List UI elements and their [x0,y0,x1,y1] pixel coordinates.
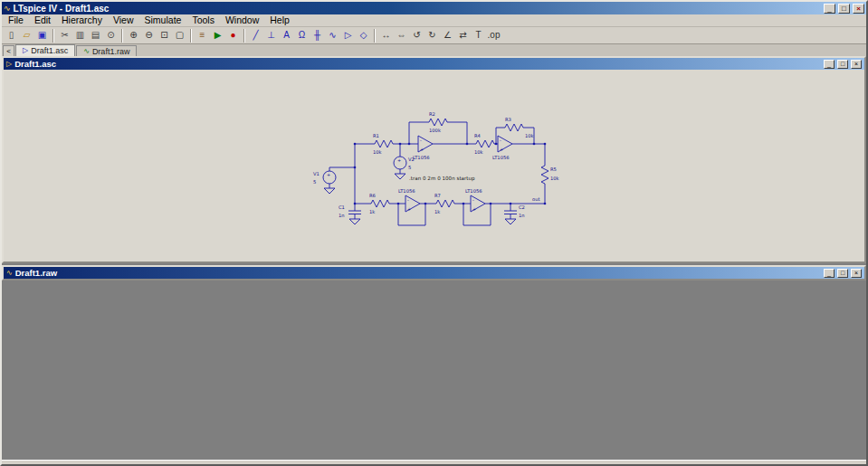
waveform-title-bar[interactable]: ∿ Draft1.raw _ □ × [4,267,864,279]
voltage-source-v2[interactable]: + V2 5 [394,157,415,170]
window-title: LTspice IV - Draft1.asc [14,4,110,14]
junction-dots [354,143,547,205]
drag-icon[interactable]: ⇔ [394,28,409,43]
zoom-out-icon[interactable]: ⊖ [141,28,157,43]
close-button[interactable]: × [853,4,864,14]
schematic-close-button[interactable]: × [851,60,862,69]
find-icon[interactable]: ⊙ [103,28,119,43]
ground-icon[interactable]: ⊥ [263,28,279,43]
opamp-u2[interactable]: - + LT1056 [492,136,512,160]
menu-hierarchy[interactable]: Hierarchy [56,14,108,26]
svg-text:LT1056: LT1056 [465,188,482,194]
spice-directive-icon[interactable]: .op [486,28,501,43]
text-icon[interactable]: T [471,28,486,43]
svg-text:R1: R1 [373,133,379,138]
menu-window[interactable]: Window [220,14,264,26]
svg-text:1n: 1n [339,213,345,218]
svg-text:R7: R7 [434,193,441,198]
inductor-icon[interactable]: ∿ [325,28,340,43]
waveform-icon: ∿ [6,270,13,277]
svg-text:-: - [420,138,422,143]
halt-icon[interactable]: ● [225,28,241,43]
resistor-r6[interactable]: R6 1k [369,193,391,214]
waveform-close-button[interactable]: × [851,269,862,278]
open-icon[interactable]: ▱ [19,28,34,43]
wire-icon[interactable]: ╱ [248,28,263,43]
svg-text:+: + [407,206,411,212]
cut-icon[interactable]: ✂ [57,28,72,43]
svg-text:C2: C2 [519,204,525,210]
zoom-in-icon[interactable]: ⊕ [126,28,141,43]
opamp-u3[interactable]: - + LT1056 [398,188,420,212]
schematic-canvas[interactable]: R1 10k R2 100k R3 10k R [4,70,864,262]
resistor-r1[interactable]: R1 10k [373,133,395,155]
toolbar-separator [243,29,245,43]
waveform-maximize-button[interactable]: □ [837,269,848,278]
capacitor-c1[interactable]: C1 1n [339,204,361,218]
control-panel-icon[interactable]: ≡ [195,28,210,43]
tab-file-icon: ▷ [23,47,28,54]
tab-label: Draft1.asc [31,46,68,55]
svg-text:10k: 10k [373,149,382,155]
svg-text:LT1056: LT1056 [492,155,510,160]
schematic-window: ▷ Draft1.asc _ □ × [2,56,866,263]
zoom-full-icon[interactable]: ▢ [172,28,187,43]
tab-file-icon: ∿ [83,48,90,55]
svg-text:5: 5 [408,165,411,170]
svg-text:R2: R2 [429,111,435,117]
minimize-button[interactable]: _ [824,4,835,14]
rotate-icon[interactable]: ∠ [440,28,455,43]
svg-text:LT1056: LT1056 [413,155,430,160]
toolbar: ▯▱▣✂▥▤⊙⊕⊖⊡▢≡▶●╱⊥AΩ╫∿▷◇↔⇔↺↻∠⇄T.op [2,27,866,44]
menu-edit[interactable]: Edit [29,14,56,26]
menu-help[interactable]: Help [264,14,295,26]
component-icon[interactable]: ◇ [356,28,371,43]
spice-directive-text[interactable]: .tran 0 2m 0 100n startup [409,176,475,182]
diode-icon[interactable]: ▷ [340,28,356,43]
menu-simulate[interactable]: Simulate [139,14,187,26]
move-icon[interactable]: ↔ [378,28,394,43]
resistor-r2[interactable]: R2 100k [427,111,449,133]
capacitor-c2[interactable]: C2 1n [504,204,525,218]
undo-icon[interactable]: ↺ [409,28,424,43]
resistor-r4[interactable]: R4 10k [474,133,496,155]
menu-bar: FileEditHierarchyViewSimulateToolsWindow… [2,14,866,27]
toolbar-separator [121,29,123,43]
zoom-area-icon[interactable]: ⊡ [157,28,172,43]
svg-text:+: + [472,206,476,212]
copy-icon[interactable]: ▥ [72,28,88,43]
resistor-icon[interactable]: Ω [294,28,310,43]
menu-tools[interactable]: Tools [186,14,220,26]
tab-draft1.raw[interactable]: ∿Draft1.raw [76,45,137,56]
mirror-icon[interactable]: ⇄ [455,28,471,43]
svg-text:1k: 1k [434,209,440,214]
run-icon[interactable]: ▶ [210,28,225,43]
ground-symbols [324,174,516,224]
schematic-title-bar[interactable]: ▷ Draft1.asc _ □ × [4,58,864,70]
tab-scroll-left-button[interactable]: < [3,45,14,56]
menu-view[interactable]: View [108,14,139,26]
voltage-source-v1[interactable]: + V1 5 [313,171,336,185]
resistor-r7[interactable]: R7 1k [434,193,456,214]
net-label-icon[interactable]: A [279,28,294,43]
schematic-minimize-button[interactable]: _ [824,60,835,69]
save-icon[interactable]: ▣ [34,28,50,43]
tab-draft1.asc[interactable]: ▷Draft1.asc [15,44,75,56]
tab-label: Draft1.raw [92,47,130,56]
waveform-window-title: Draft1.raw [15,268,57,278]
title-bar[interactable]: ∿ LTspice IV - Draft1.asc _ □ × [2,2,866,14]
net-label-out[interactable]: out [532,196,540,202]
capacitor-icon[interactable]: ╫ [310,28,325,43]
resistor-r5[interactable]: R5 10k [541,164,559,185]
new-schematic-icon[interactable]: ▯ [4,28,19,43]
ltspice-window: ∿ LTspice IV - Draft1.asc _ □ × FileEdit… [0,0,868,466]
opamp-u4[interactable]: - + LT1056 [465,188,485,212]
maximize-button[interactable]: □ [838,4,850,14]
schematic-maximize-button[interactable]: □ [837,60,848,69]
svg-text:V2: V2 [408,157,415,162]
menu-file[interactable]: File [3,14,29,26]
redo-icon[interactable]: ↻ [424,28,440,43]
waveform-minimize-button[interactable]: _ [824,269,835,278]
opamp-u1[interactable]: - + LT1056 [413,136,433,160]
paste-icon[interactable]: ▤ [88,28,103,43]
